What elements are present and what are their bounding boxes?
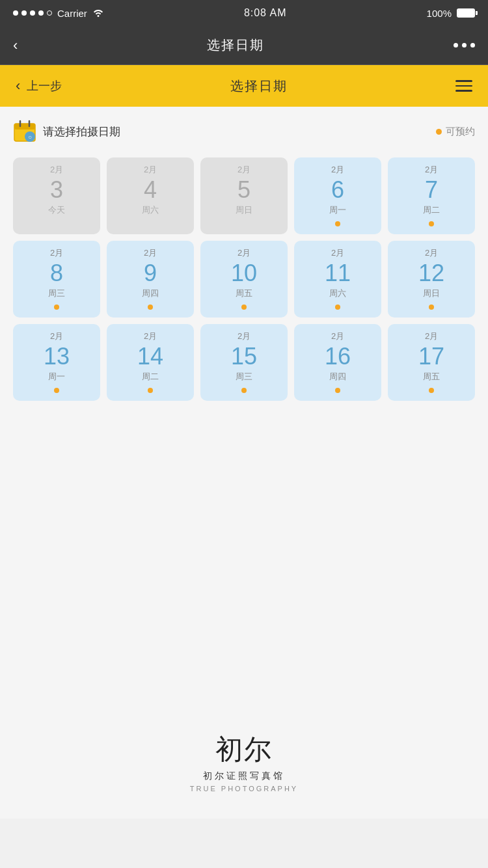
availability-label: 可预约	[436, 126, 475, 138]
menu-line-3	[455, 90, 472, 92]
availability-dot	[436, 129, 442, 135]
nav-title: 选择日期	[207, 36, 264, 54]
availability-indicator	[429, 305, 434, 310]
back-label: 上一步	[27, 78, 62, 94]
cal-weekday: 周四	[329, 371, 346, 383]
section-left: ○ 请选择拍摄日期	[13, 120, 120, 143]
nav-dot-3	[470, 43, 475, 47]
menu-line-1	[455, 80, 472, 82]
signal-dot-2	[21, 10, 27, 16]
cal-day: 11	[325, 262, 351, 285]
signal-dots	[13, 10, 52, 16]
cal-month: 2月	[331, 331, 344, 342]
calendar-cell-17[interactable]: 2月17周五	[388, 324, 475, 401]
nav-dot-2	[462, 43, 467, 47]
cal-weekday: 周一	[48, 371, 65, 383]
yellow-header: ‹ 上一步 选择日期	[0, 65, 488, 107]
calendar-icon: ○	[13, 120, 36, 143]
availability-indicator	[54, 305, 59, 310]
cal-month: 2月	[237, 331, 251, 342]
cal-weekday: 周二	[142, 371, 159, 383]
cal-day: 10	[231, 262, 257, 285]
cal-day: 3	[50, 178, 63, 202]
svg-rect-1	[14, 124, 35, 129]
availability-indicator	[429, 221, 434, 226]
calendar-cell-14[interactable]: 2月14周二	[107, 324, 194, 401]
cal-weekday: 周日	[236, 204, 252, 216]
calendar-cell-16[interactable]: 2月16周四	[294, 324, 381, 401]
calendar-cell-10[interactable]: 2月10周五	[200, 241, 288, 318]
calendar-cell-4: 2月4周六	[107, 157, 194, 234]
cal-month: 2月	[144, 331, 157, 342]
logo-symbol: 初尔	[215, 731, 273, 768]
signal-dot-4	[38, 10, 44, 16]
carrier-label: Carrier	[57, 8, 87, 19]
battery-icon	[457, 8, 475, 18]
section-title: 请选择拍摄日期	[43, 124, 120, 139]
status-bar: Carrier 8:08 AM 100%	[0, 0, 488, 26]
header-back-button[interactable]: ‹ 上一步	[16, 77, 62, 94]
availability-indicator	[335, 305, 340, 310]
cal-weekday: 周三	[48, 288, 65, 299]
availability-indicator	[241, 388, 247, 393]
calendar-cell-3: 2月3今天	[13, 157, 100, 234]
cal-weekday: 周五	[423, 371, 440, 383]
nav-more-dots[interactable]	[454, 43, 475, 47]
availability-indicator	[148, 305, 153, 310]
status-left: Carrier	[13, 8, 104, 19]
cal-day: 16	[325, 345, 351, 368]
signal-dot-1	[13, 10, 18, 16]
logo-text: 初尔证照写真馆	[203, 770, 285, 782]
cal-month: 2月	[331, 164, 344, 176]
footer: 初尔 初尔证照写真馆 TRUE PHOTOGRAPHY	[0, 692, 488, 819]
battery-percent: 100%	[427, 8, 452, 19]
calendar-cell-8[interactable]: 2月8周三	[13, 241, 100, 318]
cal-month: 2月	[425, 164, 438, 176]
cal-month: 2月	[144, 164, 157, 176]
availability-indicator	[54, 388, 59, 393]
availability-indicator	[241, 305, 247, 310]
header-title: 选择日期	[230, 77, 288, 95]
cal-month: 2月	[237, 247, 251, 259]
cal-month: 2月	[425, 247, 438, 259]
calendar-cell-15[interactable]: 2月15周三	[200, 324, 288, 401]
availability-indicator	[429, 388, 434, 393]
cal-day: 8	[50, 262, 63, 285]
cal-weekday: 周三	[236, 371, 252, 383]
nav-bar: ‹ 选择日期	[0, 26, 488, 65]
svg-text:○: ○	[28, 133, 32, 141]
nav-back-button[interactable]: ‹	[13, 37, 18, 54]
calendar-cell-7[interactable]: 2月7周二	[388, 157, 475, 234]
cal-day: 14	[137, 345, 163, 368]
cal-weekday: 周日	[423, 288, 440, 299]
cal-day: 6	[331, 178, 344, 202]
calendar-cell-13[interactable]: 2月13周一	[13, 324, 100, 401]
cal-weekday: 周一	[329, 204, 346, 216]
cal-day: 9	[144, 262, 157, 285]
menu-line-2	[455, 85, 472, 87]
nav-dot-1	[454, 43, 458, 47]
availability-indicator	[335, 221, 340, 226]
availability-indicator	[148, 388, 153, 393]
cal-month: 2月	[331, 247, 344, 259]
cal-day: 15	[231, 345, 257, 368]
cal-month: 2月	[50, 247, 63, 259]
cal-day: 13	[44, 345, 70, 368]
cal-weekday: 今天	[48, 204, 65, 216]
calendar-cell-6[interactable]: 2月6周一	[294, 157, 381, 234]
cal-month: 2月	[425, 331, 438, 342]
cal-weekday: 周六	[329, 288, 346, 299]
availability-text: 可预约	[446, 126, 475, 138]
calendar-cell-12[interactable]: 2月12周日	[388, 241, 475, 318]
signal-dot-5	[47, 10, 52, 16]
calendar-cell-9[interactable]: 2月9周四	[107, 241, 194, 318]
cal-weekday: 周五	[236, 288, 252, 299]
cal-month: 2月	[237, 164, 251, 176]
cal-weekday: 周六	[142, 204, 159, 216]
menu-button[interactable]	[455, 80, 472, 92]
calendar-cell-11[interactable]: 2月11周六	[294, 241, 381, 318]
back-arrow-icon: ‹	[16, 77, 20, 94]
calendar-cell-5: 2月5周日	[200, 157, 288, 234]
cal-weekday: 周四	[142, 288, 159, 299]
battery-fill	[458, 10, 474, 16]
